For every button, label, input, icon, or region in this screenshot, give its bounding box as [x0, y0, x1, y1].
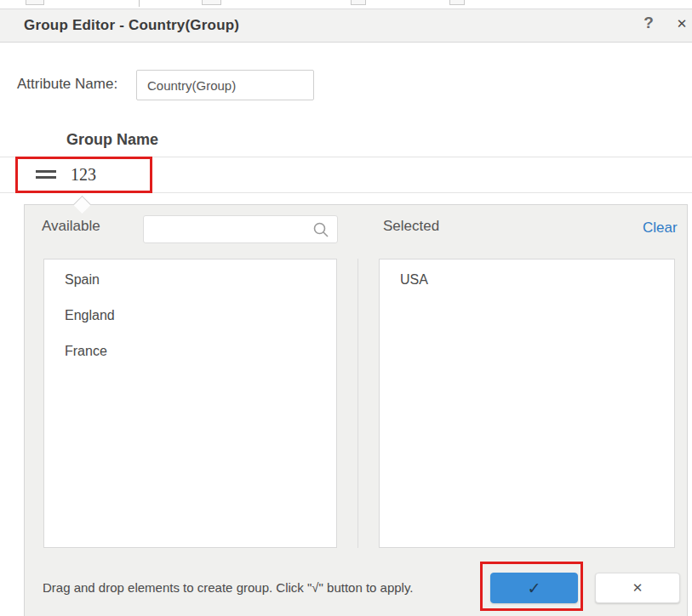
- group-row[interactable]: 123: [0, 157, 692, 193]
- dialog-titlebar: Group Editor - Country(Group) ? ✕: [0, 9, 692, 43]
- apply-button[interactable]: ✓: [490, 573, 578, 603]
- available-label: Available: [42, 218, 100, 235]
- selected-label: Selected: [383, 218, 439, 235]
- selected-list: USA: [379, 259, 675, 548]
- list-item[interactable]: USA: [380, 262, 674, 298]
- toolbar-separator: [139, 0, 140, 7]
- list-item[interactable]: France: [44, 334, 336, 369]
- attribute-name-input[interactable]: [136, 70, 314, 100]
- drag-drop-hint: Drag and drop elements to create group. …: [43, 580, 414, 595]
- search-input[interactable]: [144, 216, 329, 242]
- search-icon: [312, 221, 329, 238]
- toolbar-fragment-icon: [202, 0, 221, 5]
- list-item[interactable]: Spain: [44, 262, 336, 298]
- toolbar-fragment-icon: [351, 0, 366, 5]
- group-name-value[interactable]: 123: [71, 165, 96, 185]
- toolbar-fragment-icon: [449, 0, 465, 5]
- x-icon: ✕: [632, 580, 643, 596]
- group-editor-panel: Available Selected Clear Spain England F…: [24, 204, 688, 616]
- checkmark-icon: ✓: [528, 579, 541, 598]
- toolbar-fragment-icon: [26, 0, 44, 5]
- drag-handle-icon[interactable]: [36, 170, 56, 179]
- cancel-button[interactable]: ✕: [595, 573, 680, 603]
- search-box: [143, 215, 338, 243]
- list-item[interactable]: England: [44, 298, 336, 334]
- clear-link[interactable]: Clear: [643, 220, 678, 237]
- group-name-header: Group Name: [66, 131, 158, 149]
- available-list: Spain England France: [43, 259, 337, 548]
- attribute-name-label: Attribute Name:: [17, 76, 117, 93]
- dialog-title: Group Editor - Country(Group): [24, 17, 239, 34]
- help-icon[interactable]: ?: [638, 14, 659, 37]
- background-toolbar-strip: [0, 0, 692, 9]
- close-icon[interactable]: ✕: [672, 16, 691, 37]
- list-divider: [357, 259, 358, 548]
